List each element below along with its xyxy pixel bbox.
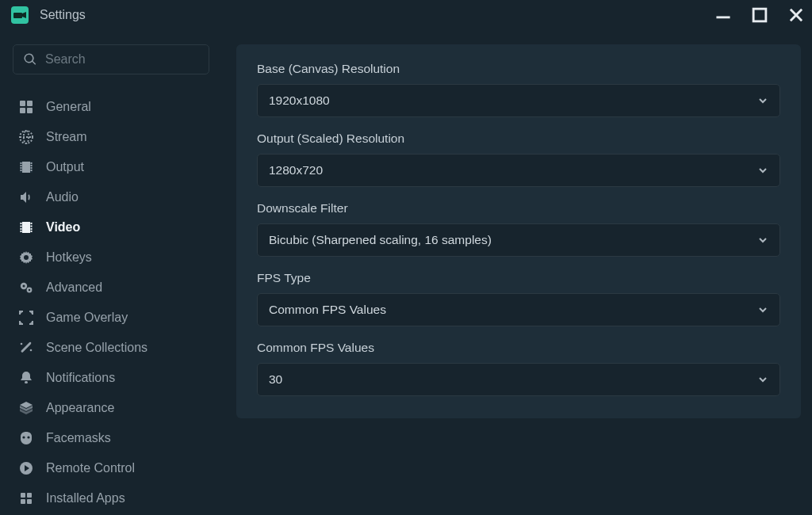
sidebar-item-installed-apps[interactable]: Installed Apps (13, 483, 209, 513)
svg-rect-3 (753, 9, 766, 21)
field-downscale-filter: Downscale Filter Bicubic (Sharpened scal… (257, 201, 780, 257)
sidebar-item-label: Output (46, 160, 84, 174)
sidebar-item-label: Facemasks (46, 431, 111, 445)
common-fps-select[interactable]: 30 (257, 363, 780, 396)
svg-point-37 (23, 285, 25, 288)
select-value: 1920x1080 (269, 93, 330, 108)
select-value: 1280x720 (269, 163, 323, 177)
svg-rect-20 (31, 162, 33, 164)
wand-icon (17, 339, 35, 357)
grid-icon (17, 98, 35, 116)
svg-rect-52 (21, 493, 25, 498)
app-icon (11, 6, 29, 24)
titlebar: Settings (0, 0, 812, 30)
sidebar: General Stream Output Audio Video Hotkey… (0, 30, 222, 515)
svg-rect-6 (20, 101, 25, 106)
svg-rect-53 (27, 493, 32, 498)
sidebar-item-label: Game Overlay (46, 311, 128, 325)
svg-rect-19 (21, 170, 22, 171)
svg-rect-33 (31, 228, 33, 230)
sidebar-item-label: General (46, 100, 91, 114)
chevron-down-icon (757, 304, 768, 315)
gear-icon (17, 249, 35, 266)
svg-rect-9 (27, 108, 33, 113)
sidebar-item-game-overlay[interactable]: Game Overlay (13, 303, 209, 333)
field-label: Common FPS Values (257, 341, 780, 355)
svg-point-41 (21, 343, 23, 345)
layers-icon (17, 399, 35, 417)
fps-type-select[interactable]: Common FPS Values (257, 293, 780, 326)
svg-rect-21 (31, 165, 33, 166)
svg-rect-28 (21, 226, 22, 227)
svg-rect-54 (21, 499, 25, 504)
svg-point-35 (24, 255, 29, 260)
svg-rect-8 (20, 108, 25, 113)
select-value: Common FPS Values (269, 303, 386, 317)
globe-icon (17, 128, 35, 146)
sidebar-item-label: Remote Control (46, 461, 135, 475)
window-controls (715, 7, 804, 23)
field-base-resolution: Base (Canvas) Resolution 1920x1080 (257, 62, 780, 117)
sidebar-item-output[interactable]: Output (13, 152, 209, 182)
sidebar-item-notifications[interactable]: Notifications (13, 363, 209, 393)
sidebar-item-appearance[interactable]: Appearance (13, 393, 209, 423)
svg-rect-29 (21, 228, 22, 230)
chevron-down-icon (757, 165, 768, 176)
svg-rect-22 (31, 167, 33, 169)
field-label: Base (Canvas) Resolution (257, 62, 780, 76)
sidebar-item-hotkeys[interactable]: Hotkeys (13, 242, 209, 273)
sidebar-item-label: Installed Apps (46, 491, 125, 505)
play-circle-icon (17, 460, 35, 477)
sidebar-item-label: Audio (46, 190, 79, 204)
settings-panel: Base (Canvas) Resolution 1920x1080 Outpu… (236, 44, 801, 418)
svg-rect-18 (21, 167, 22, 169)
sidebar-item-stream[interactable]: Stream (13, 122, 209, 152)
speaker-icon (17, 189, 35, 206)
sidebar-item-audio[interactable]: Audio (13, 182, 209, 212)
expand-icon (17, 309, 35, 326)
base-resolution-select[interactable]: 1920x1080 (257, 84, 780, 117)
minimize-button[interactable] (715, 7, 731, 23)
chevron-down-icon (757, 95, 768, 106)
search-icon (23, 52, 37, 67)
sidebar-item-label: Hotkeys (46, 250, 92, 265)
sidebar-nav: General Stream Output Audio Video Hotkey… (13, 92, 209, 513)
content: Base (Canvas) Resolution 1920x1080 Outpu… (222, 30, 812, 515)
chevron-down-icon (757, 235, 768, 246)
svg-rect-17 (21, 165, 22, 166)
sidebar-item-facemasks[interactable]: Facemasks (13, 423, 209, 453)
svg-point-43 (30, 349, 33, 352)
svg-rect-55 (27, 499, 32, 504)
sidebar-item-scene-collections[interactable]: Scene Collections (13, 333, 209, 363)
bell-icon (17, 369, 35, 387)
svg-rect-44 (25, 381, 28, 383)
sidebar-item-advanced[interactable]: Advanced (13, 273, 209, 303)
search-input-wrap[interactable] (13, 44, 209, 74)
svg-rect-34 (31, 231, 33, 232)
sidebar-item-video[interactable]: Video (13, 212, 209, 242)
field-fps-type: FPS Type Common FPS Values (257, 271, 780, 326)
close-button[interactable] (788, 7, 804, 23)
svg-point-42 (29, 342, 32, 345)
maximize-button[interactable] (752, 7, 768, 23)
field-label: FPS Type (257, 271, 780, 285)
svg-rect-0 (13, 13, 22, 18)
svg-rect-23 (31, 170, 33, 171)
field-label: Downscale Filter (257, 201, 780, 216)
sidebar-item-remote-control[interactable]: Remote Control (13, 453, 209, 483)
svg-rect-30 (21, 231, 22, 232)
search-input[interactable] (45, 52, 204, 67)
window-title: Settings (40, 8, 86, 22)
video-icon (17, 219, 35, 236)
svg-point-48 (22, 436, 25, 438)
svg-rect-16 (21, 162, 22, 164)
svg-marker-1 (22, 12, 26, 18)
sidebar-item-label: Stream (46, 130, 87, 144)
sidebar-item-label: Video (46, 220, 80, 235)
output-resolution-select[interactable]: 1280x720 (257, 154, 780, 187)
select-value: 30 (269, 372, 282, 387)
apps-icon (17, 490, 35, 507)
downscale-filter-select[interactable]: Bicubic (Sharpened scaling, 16 samples) (257, 223, 780, 257)
svg-point-49 (27, 436, 29, 438)
sidebar-item-general[interactable]: General (13, 92, 209, 122)
